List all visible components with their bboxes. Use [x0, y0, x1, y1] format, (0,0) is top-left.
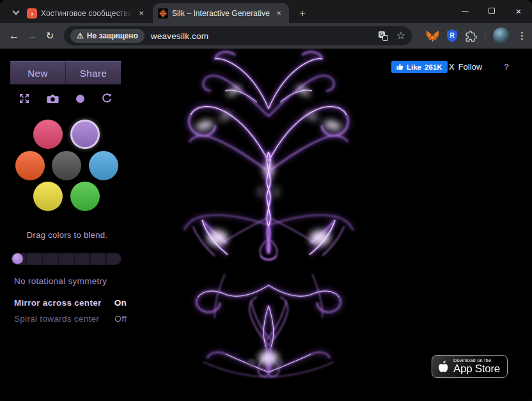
- follow-label: Follow: [458, 62, 483, 72]
- metamask-fox-icon[interactable]: [426, 30, 439, 42]
- bookmark-star-icon[interactable]: ☆: [396, 31, 405, 41]
- browser-menu-icon[interactable]: ⋮: [517, 30, 527, 42]
- camera-icon[interactable]: [47, 94, 59, 104]
- new-tab-button[interactable]: +: [294, 5, 311, 22]
- fullscreen-icon[interactable]: [19, 93, 29, 104]
- x-follow-button[interactable]: X Follow: [449, 62, 482, 72]
- color-swatch-purple-selected[interactable]: [70, 120, 100, 149]
- close-window-button[interactable]: ×: [505, 0, 532, 22]
- rotational-symmetry-status: No rotational symmetry: [14, 276, 107, 286]
- mirror-label: Mirror across center: [14, 298, 102, 308]
- symmetry-slider[interactable]: [11, 253, 121, 265]
- shield-extension-icon[interactable]: R: [447, 29, 457, 42]
- like-count: 261K: [425, 63, 442, 71]
- browser-toolbar: ← → ↻ ⚠ Не защищено weavesilk.com G ☆: [0, 23, 532, 49]
- warning-triangle-icon: ⚠: [77, 32, 84, 40]
- color-swatch-blue[interactable]: [89, 151, 118, 180]
- extensions-row: R ⋮: [426, 23, 527, 49]
- help-button[interactable]: ?: [504, 62, 509, 72]
- like-label: Like: [407, 63, 421, 71]
- palette-hint: Drag colors to blend.: [0, 230, 134, 240]
- apple-logo-icon: [438, 360, 449, 373]
- address-bar[interactable]: ⚠ Не защищено weavesilk.com G ☆: [64, 26, 412, 45]
- color-swatch-pink[interactable]: [33, 120, 63, 149]
- color-swatch-gray[interactable]: [52, 151, 81, 180]
- mirror-value: On: [114, 298, 127, 308]
- tab-hosting-community[interactable]: › Хостинговое сообщество «Tim ×: [22, 3, 152, 23]
- maximize-icon: [489, 8, 495, 14]
- forward-button[interactable]: →: [23, 27, 41, 45]
- security-chip[interactable]: ⚠ Не защищено: [70, 29, 145, 43]
- appstore-line2: App Store: [453, 363, 500, 375]
- close-tab-icon[interactable]: ×: [136, 8, 146, 19]
- tab-title: Хостинговое сообщество «Tim: [41, 9, 132, 18]
- facebook-like-button[interactable]: Like 261K: [391, 61, 448, 73]
- tab-silk[interactable]: Silk – Interactive Generative Art ×: [153, 3, 289, 23]
- translate-icon[interactable]: G: [379, 31, 388, 41]
- toolbar-divider: [485, 31, 485, 42]
- window-controls: ×: [451, 0, 532, 23]
- silk-page: New Share D: [0, 49, 532, 401]
- spiral-label: Spiral towards center: [14, 314, 99, 324]
- reset-icon[interactable]: [102, 93, 112, 104]
- minimize-button[interactable]: [451, 0, 478, 22]
- mirror-toggle[interactable]: Mirror across center On: [14, 298, 127, 308]
- red-chevron-icon: ›: [27, 8, 37, 19]
- slider-thumb[interactable]: [12, 253, 23, 264]
- thumbs-up-icon: [396, 63, 403, 70]
- close-tab-icon[interactable]: ×: [274, 8, 284, 19]
- x-logo-icon: X: [449, 62, 455, 72]
- chevron-down-icon: [12, 8, 19, 15]
- new-button[interactable]: New: [10, 61, 65, 84]
- close-icon: ×: [516, 6, 522, 16]
- color-swatch-green[interactable]: [70, 182, 100, 211]
- share-button[interactable]: Share: [65, 61, 121, 84]
- tab-strip: › Хостинговое сообщество «Tim ×: [0, 0, 532, 23]
- tool-icon-row: [10, 91, 121, 106]
- spiral-value: Off: [114, 314, 127, 324]
- back-button[interactable]: ←: [5, 27, 23, 45]
- reload-button[interactable]: ↻: [41, 27, 59, 45]
- color-swatch-yellow[interactable]: [33, 182, 63, 211]
- brush-dot-icon[interactable]: [76, 95, 84, 103]
- profile-avatar[interactable]: [493, 28, 510, 44]
- browser-window: › Хостинговое сообщество «Tim ×: [0, 0, 532, 401]
- url-text: weavesilk.com: [151, 31, 208, 41]
- maximize-button[interactable]: [478, 0, 505, 22]
- app-store-badge[interactable]: Download on the App Store: [432, 355, 508, 378]
- color-swatch-orange[interactable]: [15, 151, 45, 180]
- spiral-toggle[interactable]: Spiral towards center Off: [14, 314, 127, 324]
- silk-flower-icon: [158, 8, 168, 19]
- extensions-puzzle-icon[interactable]: [465, 30, 477, 42]
- action-buttons: New Share: [10, 61, 121, 84]
- svg-text:R: R: [450, 32, 455, 39]
- security-label: Не защищено: [87, 31, 138, 40]
- minimize-icon: [462, 11, 469, 12]
- tab-title: Silk – Interactive Generative Art: [172, 9, 270, 18]
